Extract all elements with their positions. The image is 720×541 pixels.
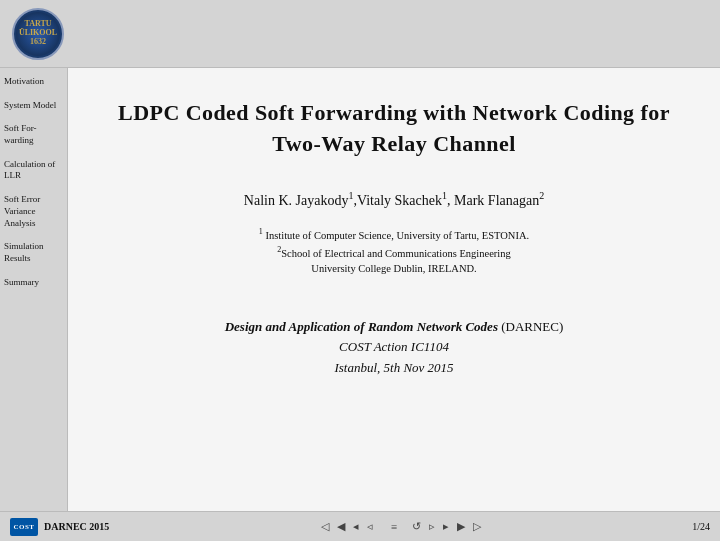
bottom-left: COST DARNEC 2015 [10,518,109,536]
affiliations: 1 Institute of Computer Science, Univers… [259,226,529,276]
darnec-label: DARNEC 2015 [44,521,109,532]
nav-prev-slow[interactable]: ◃ [365,520,375,533]
sidebar-item-calculation-llr[interactable]: Calculation of LLR [4,159,63,182]
nav-menu[interactable]: ≡ [389,521,399,533]
slide-content: LDPC Coded Soft Forwarding with Network … [68,68,720,541]
nav-next[interactable]: ▸ [441,520,451,533]
authors: Nalin K. Jayakody1,Vitaly Skachek1, Mark… [244,190,544,209]
sidebar-item-simulation[interactable]: Simulation Results [4,241,63,264]
nav-refresh[interactable]: ↺ [410,520,423,533]
cost-logo: COST [10,518,38,536]
top-bar: TARTUÜLIKOOL1632 [0,0,720,68]
slide-title: LDPC Coded Soft Forwarding with Network … [118,98,670,160]
nav-last[interactable]: ▷ [471,520,483,533]
page-number: 1/24 [692,521,710,532]
sidebar-item-motivation[interactable]: Motivation [4,76,63,88]
bottom-bar: COST DARNEC 2015 ◁ ◀ ◂ ◃ ≡ ↺ ▹ ▸ ▶ ▷ 1/2… [0,511,720,541]
sidebar-item-summary[interactable]: Summary [4,277,63,289]
sidebar: Motivation System Model Soft For-warding… [0,68,68,541]
conference-info: Design and Application of Random Network… [225,317,564,379]
university-logo: TARTUÜLIKOOL1632 [12,8,64,60]
logo-text: TARTUÜLIKOOL1632 [19,20,57,46]
bottom-nav: ◁ ◀ ◂ ◃ ≡ ↺ ▹ ▸ ▶ ▷ [319,519,483,534]
sidebar-item-soft-error[interactable]: Soft Error Variance Analysis [4,194,63,229]
sidebar-item-soft-forwarding[interactable]: Soft For-warding [4,123,63,146]
nav-next-fast[interactable]: ▶ [455,520,467,533]
nav-first[interactable]: ◁ [319,520,331,533]
sidebar-item-system-model[interactable]: System Model [4,100,63,112]
nav-prev[interactable]: ◂ [351,520,361,533]
main-area: Motivation System Model Soft For-warding… [0,68,720,541]
nav-next-slow[interactable]: ▹ [427,520,437,533]
nav-prev-fast[interactable]: ◀ [335,520,347,533]
